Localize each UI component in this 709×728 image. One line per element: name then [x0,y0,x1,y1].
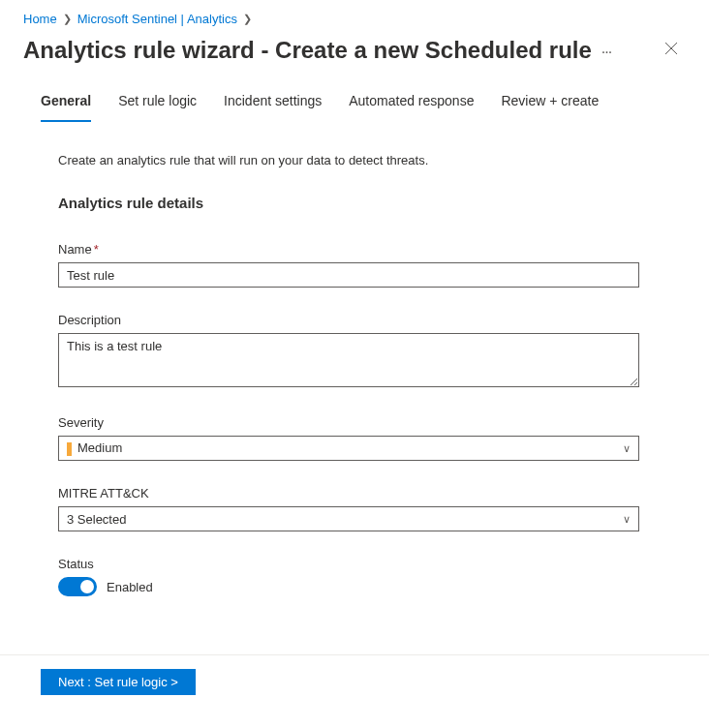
chevron-right-icon: ❯ [63,13,72,25]
page-title: Analytics rule wizard - Create a new Sch… [23,37,592,64]
tab-review-create[interactable]: Review + create [501,83,599,122]
section-title: Analytics rule details [58,195,651,211]
page-header: Analytics rule wizard - Create a new Sch… [0,34,709,83]
status-value: Enabled [107,580,153,594]
severity-chip-icon [67,442,72,456]
name-label: Name* [58,242,651,257]
tab-incident-settings[interactable]: Incident settings [224,83,322,122]
more-options-icon[interactable]: ··· [601,40,611,61]
required-star-icon: * [94,242,99,257]
close-icon [664,42,678,55]
tab-set-rule-logic[interactable]: Set rule logic [118,83,197,122]
tab-general[interactable]: General [41,83,91,122]
status-label: Status [58,557,651,571]
field-status: Status Enabled [58,557,651,596]
field-description: Description This is a test rule [58,313,651,390]
footer: Next : Set rule logic > [0,654,709,709]
mitre-value: 3 Selected [67,512,126,527]
tabs: General Set rule logic Incident settings… [0,83,709,122]
next-button[interactable]: Next : Set rule logic > [41,669,196,695]
chevron-down-icon: ∨ [623,513,631,526]
intro-text: Create an analytics rule that will run o… [58,153,651,167]
severity-select[interactable]: Medium ∨ [58,436,639,461]
chevron-right-icon: ❯ [243,13,252,25]
field-severity: Severity Medium ∨ [58,415,651,461]
chevron-down-icon: ∨ [623,442,631,455]
status-toggle[interactable] [58,577,97,596]
description-input[interactable]: This is a test rule [58,333,639,387]
breadcrumb: Home ❯ Microsoft Sentinel | Analytics ❯ [0,0,709,34]
field-name: Name* [58,242,651,288]
description-label: Description [58,313,651,327]
breadcrumb-parent[interactable]: Microsoft Sentinel | Analytics [77,12,237,26]
name-label-text: Name [58,242,92,257]
severity-value: Medium [77,440,122,455]
close-button[interactable] [657,36,686,64]
tab-automated-response[interactable]: Automated response [349,83,474,122]
mitre-select[interactable]: 3 Selected ∨ [58,506,639,531]
breadcrumb-home[interactable]: Home [23,12,57,26]
field-mitre: MITRE ATT&CK 3 Selected ∨ [58,486,651,531]
toggle-knob [80,580,94,593]
content-area: Create an analytics rule that will run o… [0,122,709,641]
name-input[interactable] [58,262,639,288]
mitre-label: MITRE ATT&CK [58,486,651,500]
severity-label: Severity [58,415,651,430]
